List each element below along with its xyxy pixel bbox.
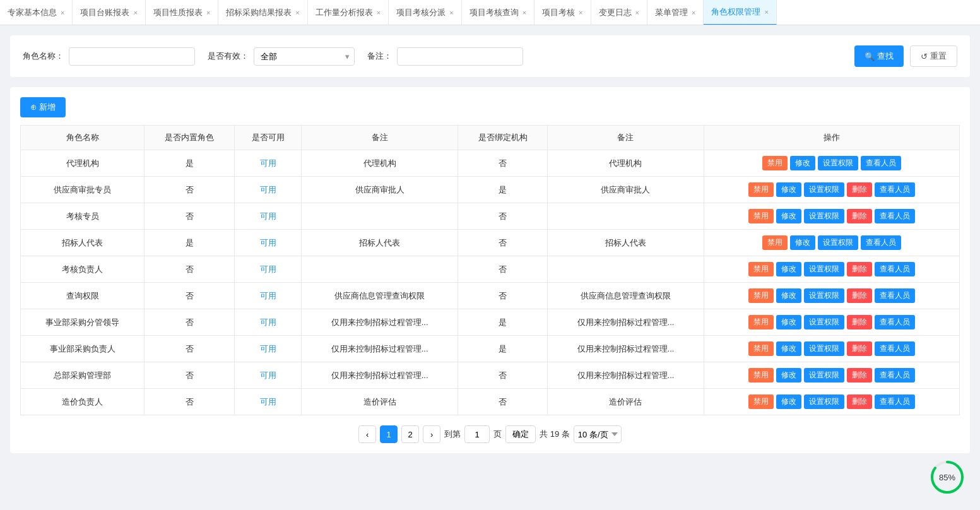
tab-menu-mgmt[interactable]: 菜单管理× xyxy=(647,0,704,25)
action-btn-修改[interactable]: 修改 xyxy=(776,182,801,197)
action-btn-查看人员[interactable]: 查看人员 xyxy=(861,235,901,250)
action-btn-禁用[interactable]: 禁用 xyxy=(748,368,774,382)
action-btn-设置权限[interactable]: 设置权限 xyxy=(804,315,844,329)
action-btn-删除[interactable]: 删除 xyxy=(847,341,872,356)
action-btn-修改[interactable]: 修改 xyxy=(776,288,801,303)
tab-change-log[interactable]: 变更日志× xyxy=(591,0,647,25)
tab-close-icon[interactable]: × xyxy=(579,9,582,16)
action-btn-设置权限[interactable]: 设置权限 xyxy=(804,288,844,303)
action-btn-查看人员[interactable]: 查看人员 xyxy=(875,262,915,276)
goto-page-input[interactable] xyxy=(464,425,490,443)
action-btn-查看人员[interactable]: 查看人员 xyxy=(875,209,915,223)
action-btn-删除[interactable]: 删除 xyxy=(847,315,872,329)
action-btn-禁用[interactable]: 禁用 xyxy=(762,235,788,250)
tab-close-icon[interactable]: × xyxy=(61,9,64,16)
action-btn-查看人员[interactable]: 查看人员 xyxy=(875,315,915,329)
action-btn-禁用[interactable]: 禁用 xyxy=(748,262,774,276)
action-cell: 禁用修改设置权限查看人员 xyxy=(704,150,959,177)
action-btn-查看人员[interactable]: 查看人员 xyxy=(875,288,915,303)
cell-2: 可用 xyxy=(234,230,302,256)
tab-review-query[interactable]: 项目考核查询× xyxy=(462,0,534,25)
tab-expert[interactable]: 专家基本信息× xyxy=(0,0,73,25)
tab-close-icon[interactable]: × xyxy=(764,8,768,16)
action-btn-禁用[interactable]: 禁用 xyxy=(748,315,774,329)
table-section: ⊕ 新增 角色名称是否内置角色是否可用备注是否绑定机构备注操作 代理机构是可用代… xyxy=(10,87,970,453)
action-btn-设置权限[interactable]: 设置权限 xyxy=(804,209,844,223)
action-btn-修改[interactable]: 修改 xyxy=(776,315,801,329)
action-btn-删除[interactable]: 删除 xyxy=(847,182,872,197)
cell-2: 可用 xyxy=(234,389,302,415)
tab-close-icon[interactable]: × xyxy=(522,9,526,16)
action-btn-查看人员[interactable]: 查看人员 xyxy=(875,182,915,197)
action-btn-删除[interactable]: 删除 xyxy=(847,368,872,382)
action-btn-删除[interactable]: 删除 xyxy=(847,394,872,409)
action-btn-删除[interactable]: 删除 xyxy=(847,262,872,276)
cell-4: 是 xyxy=(458,309,547,336)
goto-confirm-button[interactable]: 确定 xyxy=(505,425,536,443)
add-button[interactable]: ⊕ 新增 xyxy=(20,97,66,117)
tab-close-icon[interactable]: × xyxy=(635,9,639,16)
per-page-select[interactable]: 10 条/页20 条/页50 条/页 xyxy=(574,425,622,443)
tab-role-perm[interactable]: 角色权限管理× xyxy=(704,0,776,25)
action-btn-修改[interactable]: 修改 xyxy=(776,368,801,382)
action-btn-禁用[interactable]: 禁用 xyxy=(748,182,774,197)
action-btn-查看人员[interactable]: 查看人员 xyxy=(861,156,901,170)
action-btn-禁用[interactable]: 禁用 xyxy=(762,156,788,170)
tab-close-icon[interactable]: × xyxy=(133,9,137,16)
tab-close-icon[interactable]: × xyxy=(295,9,299,16)
action-btn-设置权限[interactable]: 设置权限 xyxy=(818,235,858,250)
prev-page-button[interactable]: ‹ xyxy=(358,425,376,443)
cell-2: 可用 xyxy=(234,362,302,389)
next-page-button[interactable]: › xyxy=(423,425,440,443)
cell-0: 招标人代表 xyxy=(21,230,145,256)
action-btn-修改[interactable]: 修改 xyxy=(790,235,815,250)
action-btn-删除[interactable]: 删除 xyxy=(847,209,872,223)
page-1-button[interactable]: 1 xyxy=(380,425,398,443)
main-content: 角色名称： 是否有效： 全部是否 备注： 🔍 查找 ↺ 重置 xyxy=(0,25,980,463)
action-btn-修改[interactable]: 修改 xyxy=(776,209,801,223)
cell-2: 可用 xyxy=(234,203,302,230)
progress-circle: 85% xyxy=(930,460,965,463)
tab-review-assign[interactable]: 项目考核分派× xyxy=(389,0,461,25)
action-btn-修改[interactable]: 修改 xyxy=(790,156,815,170)
role-table: 角色名称是否内置角色是否可用备注是否绑定机构备注操作 代理机构是可用代理机构否代… xyxy=(20,125,960,415)
col-操作: 操作 xyxy=(704,126,959,150)
action-btn-查看人员[interactable]: 查看人员 xyxy=(875,341,915,356)
tab-label: 角色权限管理 xyxy=(711,6,760,18)
tab-close-icon[interactable]: × xyxy=(692,9,695,16)
tab-close-icon[interactable]: × xyxy=(449,9,453,16)
action-btn-修改[interactable]: 修改 xyxy=(776,394,801,409)
tab-bid-result[interactable]: 招标采购结果报表× xyxy=(218,0,307,25)
page-2-button[interactable]: 2 xyxy=(401,425,419,443)
action-btn-删除[interactable]: 删除 xyxy=(847,288,872,303)
tab-review[interactable]: 项目考核× xyxy=(534,0,591,25)
cell-2: 可用 xyxy=(234,177,302,203)
tab-label: 工作量分析报表 xyxy=(316,7,373,18)
action-btn-设置权限[interactable]: 设置权限 xyxy=(804,368,844,382)
role-name-input[interactable] xyxy=(69,47,195,66)
tab-close-icon[interactable]: × xyxy=(377,9,381,16)
is-valid-select[interactable]: 全部是否 xyxy=(254,47,355,66)
tab-project-ledger[interactable]: 项目台账报表× xyxy=(73,0,145,25)
action-btn-禁用[interactable]: 禁用 xyxy=(748,288,774,303)
action-btn-设置权限[interactable]: 设置权限 xyxy=(818,156,858,170)
action-btn-禁用[interactable]: 禁用 xyxy=(748,341,774,356)
search-button[interactable]: 🔍 查找 xyxy=(854,45,904,67)
action-btn-设置权限[interactable]: 设置权限 xyxy=(804,182,844,197)
tab-close-icon[interactable]: × xyxy=(206,9,210,16)
action-btn-查看人员[interactable]: 查看人员 xyxy=(875,394,915,409)
action-btn-设置权限[interactable]: 设置权限 xyxy=(804,394,844,409)
action-btn-查看人员[interactable]: 查看人员 xyxy=(875,368,915,382)
is-valid-field: 是否有效： 全部是否 xyxy=(208,47,355,66)
tab-workload[interactable]: 工作量分析报表× xyxy=(308,0,389,25)
action-btn-禁用[interactable]: 禁用 xyxy=(748,394,774,409)
action-btn-修改[interactable]: 修改 xyxy=(776,341,801,356)
action-btn-禁用[interactable]: 禁用 xyxy=(748,209,774,223)
reset-button[interactable]: ↺ 重置 xyxy=(910,45,957,67)
remark-input[interactable] xyxy=(397,47,523,66)
action-btn-设置权限[interactable]: 设置权限 xyxy=(804,341,844,356)
col-是否绑定机构: 是否绑定机构 xyxy=(458,126,547,150)
tab-project-nature[interactable]: 项目性质报表× xyxy=(146,0,218,25)
action-btn-设置权限[interactable]: 设置权限 xyxy=(804,262,844,276)
action-btn-修改[interactable]: 修改 xyxy=(776,262,801,276)
